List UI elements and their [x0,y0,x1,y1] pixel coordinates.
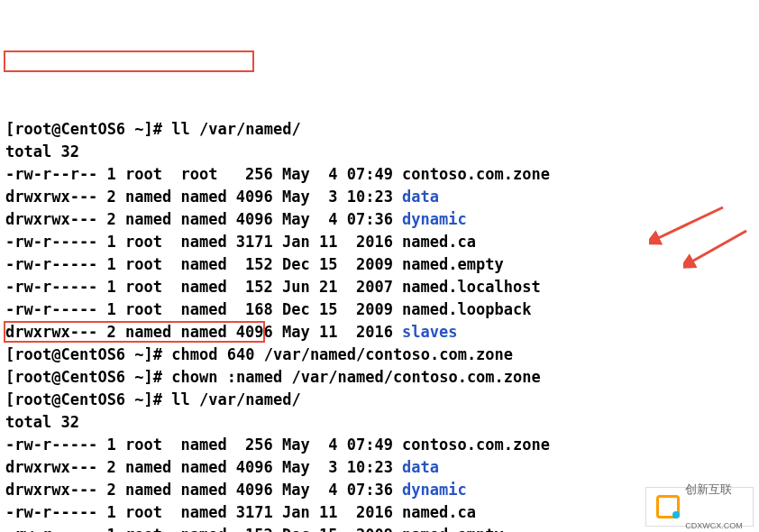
listing-row: -rw-r----- 1 root named 3171 Jan 11 2016… [5,503,476,521]
highlight-box-1 [4,50,254,72]
dir-name: dynamic [402,481,467,499]
listing-row: -rw-r----- 1 root named 152 Dec 15 2009 … [5,526,504,532]
prompt: [root@CentOS6 ~]# [5,390,162,408]
listing-row: drwxrwx--- 2 named named 4096 May 3 10:2… [5,188,439,206]
watermark-logo-icon [656,495,680,518]
prompt: [root@CentOS6 ~]# [5,120,162,138]
command-ll1: ll /var/named/ [171,120,300,138]
dir-name: dynamic [402,210,467,228]
dir-name: data [402,188,439,206]
watermark: 创新互联 CDXWCX.COM [645,487,754,527]
listing-row: -rw-r----- 1 root named 152 Jun 21 2007 … [5,278,541,296]
prompt: [root@CentOS6 ~]# [5,345,162,363]
listing-2: -rw-r----- 1 root named 256 May 4 07:49 … [5,436,550,532]
command-chown: chown :named /var/named/contoso.com.zone [171,368,540,386]
total-line-2: total 32 [5,413,79,431]
file-name: contoso.com.zone [402,436,550,454]
listing-row: drwxrwx--- 2 named named 4096 May 4 07:3… [5,210,467,228]
dir-name: slaves [402,323,457,341]
listing-row: drwxrwx--- 2 named named 4096 May 11 201… [5,323,458,341]
file-name: named.localhost [402,278,541,296]
command-ll2: ll /var/named/ [171,390,300,408]
watermark-line1: 创新互联 [685,483,743,496]
listing-row: -rw-r----- 1 root named 3171 Jan 11 2016… [5,233,476,251]
file-name: named.empty [402,255,504,273]
file-name: named.loopback [402,300,531,318]
listing-row: -rw-r----- 1 root named 168 Dec 15 2009 … [5,300,531,318]
command-chmod: chmod 640 /var/named/contoso.com.zone [171,345,513,363]
terminal-output: [root@CentOS6 ~]# ll /var/named/ total 3… [0,90,759,532]
listing-row: -rw-r--r-- 1 root root 256 May 4 07:49 c… [5,165,550,183]
file-name: named.empty [402,526,504,532]
listing-row: -rw-r----- 1 root named 152 Dec 15 2009 … [5,255,504,273]
listing-row: drwxrwx--- 2 named named 4096 May 3 10:2… [5,458,439,476]
listing-1: -rw-r--r-- 1 root root 256 May 4 07:49 c… [5,165,550,341]
dir-name: data [402,458,439,476]
file-name: named.ca [402,233,476,251]
file-name: contoso.com.zone [402,165,550,183]
listing-row: -rw-r----- 1 root named 256 May 4 07:49 … [5,436,550,454]
prompt: [root@CentOS6 ~]# [5,368,162,386]
watermark-line2: CDXWCX.COM [685,522,743,531]
total-line-1: total 32 [5,142,79,161]
listing-row: drwxrwx--- 2 named named 4096 May 4 07:3… [5,481,467,499]
file-name: named.ca [402,503,476,521]
